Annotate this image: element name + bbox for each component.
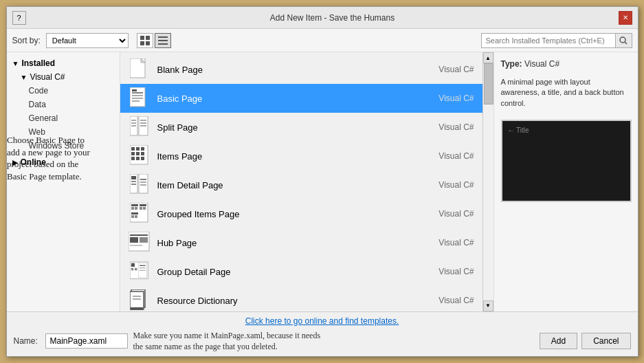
hub-page-icon: [129, 232, 151, 254]
svg-rect-6: [158, 43, 168, 45]
sidebar-visualcsharp-header[interactable]: ▼ Visual C#: [7, 70, 120, 84]
svg-rect-4: [158, 36, 168, 38]
split-page-icon: [129, 116, 151, 138]
cancel-button[interactable]: Cancel: [581, 333, 630, 349]
svg-rect-26: [131, 147, 135, 151]
svg-rect-37: [131, 181, 136, 182]
basic-page-icon: [129, 87, 151, 109]
help-button[interactable]: ?: [12, 11, 26, 25]
online-templates-link[interactable]: Click here to go online and find templat…: [245, 316, 399, 326]
search-input[interactable]: [482, 34, 615, 47]
item-detail-page-icon: [129, 174, 151, 196]
grouped-items-page-icon: [129, 203, 151, 225]
svg-rect-1: [146, 36, 150, 40]
item-name: Grouped Items Page: [157, 209, 412, 219]
sidebar-installed-header[interactable]: ▼ Installed: [7, 56, 120, 70]
item-name: Blank Page: [157, 65, 412, 75]
online-label: Online: [21, 157, 46, 167]
svg-rect-44: [131, 204, 138, 206]
svg-rect-34: [141, 157, 144, 160]
main-content: ▼ Installed ▼ Visual C# Code Data Genera…: [7, 52, 638, 311]
list-view-button[interactable]: [155, 33, 171, 48]
item-row[interactable]: Item Detail Page Visual C#: [120, 170, 482, 199]
svg-rect-32: [131, 157, 135, 160]
add-button[interactable]: Add: [540, 333, 577, 349]
sidebar-item-web[interactable]: Web: [7, 125, 120, 139]
sidebar-item-windows-store[interactable]: Windows Store: [7, 139, 120, 153]
search-box: [481, 33, 632, 48]
sidebar-item-code[interactable]: Code: [7, 84, 120, 98]
svg-rect-48: [140, 207, 142, 210]
svg-rect-46: [135, 207, 137, 210]
scroll-track: [483, 63, 493, 300]
item-row[interactable]: Group Detail Page Visual C#: [120, 257, 482, 286]
sort-label: Sort by:: [12, 36, 41, 45]
items-page-icon: [129, 145, 151, 167]
item-name: Items Page: [157, 151, 412, 162]
installed-arrow: ▼: [12, 60, 19, 67]
sidebar-online-header[interactable]: ▶ Online: [7, 155, 120, 169]
sort-select[interactable]: Default: [46, 33, 129, 48]
item-name: Resource Dictionary: [157, 296, 412, 306]
scroll-down-button[interactable]: ▼: [483, 300, 493, 311]
svg-rect-16: [132, 89, 137, 91]
svg-rect-45: [131, 207, 134, 210]
svg-rect-33: [136, 157, 140, 160]
item-row[interactable]: Blank Page Visual C#: [120, 55, 482, 84]
item-row[interactable]: Hub Page Visual C#: [120, 228, 482, 257]
scroll-up-button[interactable]: ▲: [483, 52, 493, 63]
sidebar: ▼ Installed ▼ Visual C# Code Data Genera…: [7, 52, 120, 311]
svg-rect-36: [131, 176, 136, 179]
online-arrow: ▶: [12, 159, 18, 166]
visualcsharp-arrow: ▼: [21, 74, 27, 81]
name-input[interactable]: [45, 333, 128, 349]
preview-title: ← Title: [508, 126, 529, 134]
type-description: A minimal page with layout awareness, a …: [501, 77, 631, 109]
svg-line-8: [625, 42, 627, 44]
grid-view-button[interactable]: [137, 33, 153, 48]
view-toggle: [137, 33, 171, 48]
title-bar-controls: ✕: [619, 11, 632, 25]
toolbar: Sort by: Default: [7, 29, 638, 52]
item-type: Visual C#: [419, 267, 474, 276]
item-name: Item Detail Page: [157, 180, 412, 190]
svg-rect-61: [135, 268, 137, 271]
action-buttons: Add Cancel: [540, 333, 631, 349]
item-row[interactable]: Split Page Visual C#: [120, 113, 482, 142]
annotation-bottom: Make sure you name it MainPage.xaml, bec…: [133, 330, 534, 352]
svg-rect-51: [131, 215, 134, 218]
close-button[interactable]: ✕: [619, 11, 632, 25]
item-type: Visual C#: [419, 209, 474, 219]
svg-rect-30: [136, 152, 140, 155]
sidebar-item-data[interactable]: Data: [7, 98, 120, 111]
item-name: Hub Page: [157, 238, 412, 248]
scrollbar[interactable]: ▲ ▼: [482, 52, 493, 311]
item-row[interactable]: Items Page Visual C#: [120, 142, 482, 170]
item-row[interactable]: Grouped Items Page Visual C#: [120, 199, 482, 228]
svg-rect-2: [140, 41, 144, 45]
svg-rect-27: [136, 147, 140, 151]
svg-rect-28: [141, 147, 144, 151]
svg-rect-56: [140, 237, 148, 243]
svg-rect-3: [146, 41, 150, 45]
svg-rect-55: [130, 237, 138, 243]
sidebar-item-general[interactable]: General: [7, 111, 120, 125]
svg-rect-47: [140, 204, 146, 206]
resource-dictionary-icon: [129, 289, 151, 311]
name-row: Name: Make sure you name it MainPage.xam…: [14, 330, 631, 352]
svg-point-7: [620, 37, 625, 43]
svg-rect-39: [139, 174, 148, 193]
search-icon-button[interactable]: [615, 34, 632, 47]
items-list: Blank Page Visual C#: [120, 52, 482, 311]
item-type: Visual C#: [419, 180, 474, 190]
item-type: Visual C#: [419, 151, 474, 161]
item-name: Basic Page: [157, 94, 412, 104]
installed-label: Installed: [21, 58, 55, 68]
name-label: Name:: [14, 336, 40, 346]
preview-image: ← Title: [501, 120, 632, 202]
scroll-thumb[interactable]: [484, 63, 493, 104]
item-row[interactable]: Basic Page Visual C#: [120, 84, 482, 113]
item-row[interactable]: Resource Dictionary Visual C#: [120, 286, 482, 311]
right-panel: Type: Visual C# A minimal page with layo…: [493, 52, 638, 311]
dialog-title: Add New Item - Save the Humans: [47, 13, 619, 23]
